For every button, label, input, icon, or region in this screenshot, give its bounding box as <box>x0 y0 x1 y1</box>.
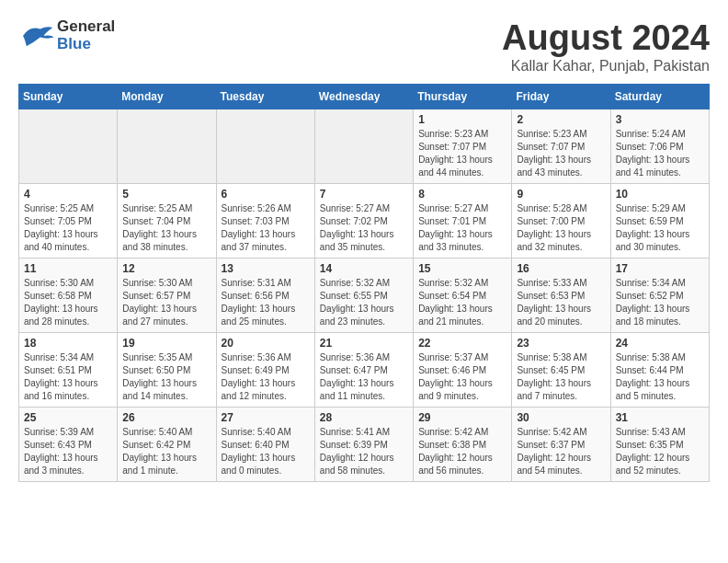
calendar-day-cell: 31Sunrise: 5:43 AM Sunset: 6:35 PM Dayli… <box>610 408 709 482</box>
title-section: August 2024 Kallar Kahar, Punjab, Pakist… <box>502 18 710 75</box>
day-info: Sunrise: 5:34 AM Sunset: 6:52 PM Dayligh… <box>616 277 704 328</box>
weekday-header: Wednesday <box>314 85 413 109</box>
day-number: 13 <box>222 262 310 275</box>
day-info: Sunrise: 5:26 AM Sunset: 7:03 PM Dayligh… <box>222 202 310 254</box>
calendar-day-cell: 22Sunrise: 5:37 AM Sunset: 6:46 PM Dayli… <box>414 333 512 408</box>
calendar-day-cell: 7Sunrise: 5:27 AM Sunset: 7:02 PM Daylig… <box>314 184 413 259</box>
weekday-header: Sunday <box>19 85 118 109</box>
day-info: Sunrise: 5:37 AM Sunset: 6:46 PM Dayligh… <box>418 351 506 403</box>
day-number: 11 <box>24 262 112 275</box>
day-number: 9 <box>517 188 605 201</box>
calendar-day-cell: 17Sunrise: 5:34 AM Sunset: 6:52 PM Dayli… <box>610 259 709 333</box>
calendar-day-cell: 21Sunrise: 5:36 AM Sunset: 6:47 PM Dayli… <box>314 333 413 408</box>
day-number: 10 <box>616 188 704 201</box>
day-info: Sunrise: 5:34 AM Sunset: 6:51 PM Dayligh… <box>24 351 112 403</box>
day-number: 12 <box>122 262 210 275</box>
calendar-week-row: 4Sunrise: 5:25 AM Sunset: 7:05 PM Daylig… <box>19 184 710 259</box>
day-number: 14 <box>320 262 408 275</box>
day-number: 1 <box>418 113 506 126</box>
day-number: 8 <box>418 188 506 201</box>
calendar-week-row: 18Sunrise: 5:34 AM Sunset: 6:51 PM Dayli… <box>19 333 710 408</box>
day-info: Sunrise: 5:23 AM Sunset: 7:07 PM Dayligh… <box>517 128 605 179</box>
calendar-week-row: 1Sunrise: 5:23 AM Sunset: 7:07 PM Daylig… <box>19 109 710 184</box>
day-info: Sunrise: 5:42 AM Sunset: 6:37 PM Dayligh… <box>517 426 605 477</box>
calendar-day-cell <box>314 109 413 184</box>
logo: General Blue <box>18 18 115 52</box>
day-info: Sunrise: 5:24 AM Sunset: 7:06 PM Dayligh… <box>616 128 704 179</box>
calendar-day-cell: 2Sunrise: 5:23 AM Sunset: 7:07 PM Daylig… <box>512 109 610 184</box>
calendar-day-cell: 20Sunrise: 5:36 AM Sunset: 6:49 PM Dayli… <box>216 333 314 408</box>
logo-text: General Blue <box>57 18 115 52</box>
day-number: 7 <box>320 188 408 201</box>
logo-icon <box>18 22 55 50</box>
day-number: 16 <box>517 262 605 275</box>
day-number: 25 <box>24 411 112 424</box>
day-info: Sunrise: 5:43 AM Sunset: 6:35 PM Dayligh… <box>616 426 704 477</box>
page-subtitle: Kallar Kahar, Punjab, Pakistan <box>502 58 710 75</box>
page-title: August 2024 <box>502 18 710 58</box>
day-info: Sunrise: 5:36 AM Sunset: 6:49 PM Dayligh… <box>222 351 310 403</box>
day-info: Sunrise: 5:30 AM Sunset: 6:58 PM Dayligh… <box>24 277 112 328</box>
day-info: Sunrise: 5:27 AM Sunset: 7:01 PM Dayligh… <box>418 202 506 254</box>
calendar-day-cell: 30Sunrise: 5:42 AM Sunset: 6:37 PM Dayli… <box>512 408 610 482</box>
weekday-header: Friday <box>512 85 610 109</box>
day-info: Sunrise: 5:40 AM Sunset: 6:42 PM Dayligh… <box>122 426 210 477</box>
calendar-day-cell: 19Sunrise: 5:35 AM Sunset: 6:50 PM Dayli… <box>118 333 216 408</box>
calendar-week-row: 25Sunrise: 5:39 AM Sunset: 6:43 PM Dayli… <box>19 408 710 482</box>
day-number: 30 <box>517 411 605 424</box>
calendar-day-cell: 29Sunrise: 5:42 AM Sunset: 6:38 PM Dayli… <box>414 408 512 482</box>
day-number: 28 <box>320 411 408 424</box>
day-info: Sunrise: 5:42 AM Sunset: 6:38 PM Dayligh… <box>418 426 506 477</box>
day-info: Sunrise: 5:38 AM Sunset: 6:44 PM Dayligh… <box>616 351 704 403</box>
day-number: 21 <box>320 337 408 350</box>
day-info: Sunrise: 5:29 AM Sunset: 6:59 PM Dayligh… <box>616 202 704 254</box>
calendar-day-cell <box>216 109 314 184</box>
calendar-day-cell: 3Sunrise: 5:24 AM Sunset: 7:06 PM Daylig… <box>610 109 709 184</box>
day-info: Sunrise: 5:36 AM Sunset: 6:47 PM Dayligh… <box>320 351 408 403</box>
day-number: 22 <box>418 337 506 350</box>
day-info: Sunrise: 5:39 AM Sunset: 6:43 PM Dayligh… <box>24 426 112 477</box>
calendar-header-row: SundayMondayTuesdayWednesdayThursdayFrid… <box>19 85 710 109</box>
calendar-day-cell: 10Sunrise: 5:29 AM Sunset: 6:59 PM Dayli… <box>610 184 709 259</box>
calendar-day-cell: 11Sunrise: 5:30 AM Sunset: 6:58 PM Dayli… <box>19 259 118 333</box>
calendar-day-cell: 6Sunrise: 5:26 AM Sunset: 7:03 PM Daylig… <box>216 184 314 259</box>
day-number: 31 <box>616 411 704 424</box>
calendar-day-cell: 12Sunrise: 5:30 AM Sunset: 6:57 PM Dayli… <box>118 259 216 333</box>
day-info: Sunrise: 5:30 AM Sunset: 6:57 PM Dayligh… <box>122 277 210 328</box>
calendar-day-cell: 26Sunrise: 5:40 AM Sunset: 6:42 PM Dayli… <box>118 408 216 482</box>
day-info: Sunrise: 5:25 AM Sunset: 7:05 PM Dayligh… <box>24 202 112 254</box>
day-info: Sunrise: 5:38 AM Sunset: 6:45 PM Dayligh… <box>517 351 605 403</box>
day-number: 19 <box>122 337 210 350</box>
day-number: 27 <box>222 411 310 424</box>
calendar-day-cell: 18Sunrise: 5:34 AM Sunset: 6:51 PM Dayli… <box>19 333 118 408</box>
day-number: 23 <box>517 337 605 350</box>
day-number: 20 <box>222 337 310 350</box>
day-number: 24 <box>616 337 704 350</box>
day-info: Sunrise: 5:32 AM Sunset: 6:54 PM Dayligh… <box>418 277 506 328</box>
calendar-day-cell: 13Sunrise: 5:31 AM Sunset: 6:56 PM Dayli… <box>216 259 314 333</box>
calendar-day-cell <box>19 109 118 184</box>
day-info: Sunrise: 5:41 AM Sunset: 6:39 PM Dayligh… <box>320 426 408 477</box>
calendar-week-row: 11Sunrise: 5:30 AM Sunset: 6:58 PM Dayli… <box>19 259 710 333</box>
day-info: Sunrise: 5:33 AM Sunset: 6:53 PM Dayligh… <box>517 277 605 328</box>
day-number: 29 <box>418 411 506 424</box>
day-number: 26 <box>122 411 210 424</box>
calendar-table: SundayMondayTuesdayWednesdayThursdayFrid… <box>18 84 710 482</box>
calendar-day-cell: 14Sunrise: 5:32 AM Sunset: 6:55 PM Dayli… <box>314 259 413 333</box>
weekday-header: Tuesday <box>216 85 314 109</box>
calendar-day-cell: 5Sunrise: 5:25 AM Sunset: 7:04 PM Daylig… <box>118 184 216 259</box>
day-info: Sunrise: 5:25 AM Sunset: 7:04 PM Dayligh… <box>122 202 210 254</box>
calendar-day-cell: 25Sunrise: 5:39 AM Sunset: 6:43 PM Dayli… <box>19 408 118 482</box>
weekday-header: Saturday <box>610 85 709 109</box>
weekday-header: Thursday <box>414 85 512 109</box>
day-info: Sunrise: 5:32 AM Sunset: 6:55 PM Dayligh… <box>320 277 408 328</box>
day-info: Sunrise: 5:40 AM Sunset: 6:40 PM Dayligh… <box>222 426 310 477</box>
page-header: General Blue August 2024 Kallar Kahar, P… <box>18 18 710 75</box>
calendar-day-cell: 15Sunrise: 5:32 AM Sunset: 6:54 PM Dayli… <box>414 259 512 333</box>
day-number: 17 <box>616 262 704 275</box>
day-number: 3 <box>616 113 704 126</box>
calendar-day-cell: 28Sunrise: 5:41 AM Sunset: 6:39 PM Dayli… <box>314 408 413 482</box>
day-info: Sunrise: 5:27 AM Sunset: 7:02 PM Dayligh… <box>320 202 408 254</box>
calendar-day-cell: 23Sunrise: 5:38 AM Sunset: 6:45 PM Dayli… <box>512 333 610 408</box>
day-number: 4 <box>24 188 112 201</box>
